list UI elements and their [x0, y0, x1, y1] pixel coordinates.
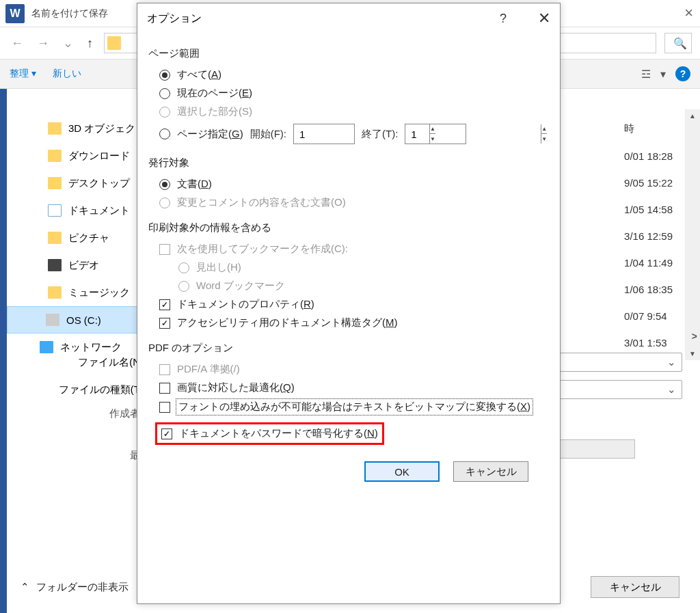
chevron-down-icon: ⌄: [667, 356, 676, 368]
new-folder-button[interactable]: 新しい: [53, 68, 81, 80]
hide-folders-toggle[interactable]: ⌃ フォルダーの非表示: [21, 581, 129, 594]
spin-up-icon[interactable]: ▲: [541, 124, 547, 134]
sidebar-item-3d-objects[interactable]: 3D オブジェク: [7, 115, 144, 142]
section-include: 印刷対象外の情報を含める: [148, 221, 549, 234]
view-mode-icon[interactable]: ☲: [641, 68, 651, 81]
to-page-spinner[interactable]: ▲▼: [405, 124, 466, 144]
radio-word-bookmarks: Word ブックマーク: [178, 280, 549, 292]
radio-all-label: すべて(A): [177, 68, 221, 81]
nav-up-icon[interactable]: ↑: [84, 33, 96, 53]
nav-back-icon[interactable]: ←: [8, 33, 26, 53]
from-page-spinner[interactable]: ▲▼: [293, 124, 355, 144]
drive-icon: [46, 314, 59, 326]
close-icon[interactable]: ×: [684, 4, 693, 22]
check-encrypt-label: ドキュメントをパスワードで暗号化する(N): [179, 427, 378, 440]
folder-icon: [48, 122, 62, 135]
folder-icon: [48, 232, 62, 244]
checkbox-icon: [159, 402, 170, 413]
section-publish: 発行対象: [148, 156, 549, 169]
radio-document[interactable]: 文書(D): [159, 178, 549, 191]
options-titlebar: オプション ? ✕: [137, 3, 560, 33]
radio-page-range[interactable]: [159, 128, 170, 139]
sidebar-item-label: デスクトップ: [68, 177, 130, 190]
sidebar-item-label: ネットワーク: [60, 341, 122, 354]
network-icon: [40, 341, 53, 353]
spin-down-icon[interactable]: ▼: [541, 134, 547, 144]
document-icon: [48, 204, 62, 217]
nav-forward-icon[interactable]: →: [34, 33, 52, 53]
scroll-right-icon[interactable]: >: [692, 331, 697, 342]
radio-all-pages[interactable]: すべて(A): [159, 68, 549, 81]
search-box[interactable]: 🔍: [664, 33, 692, 53]
check-pdfa-label: PDF/A 準拠(/): [177, 363, 240, 376]
file-date: 0/07 9:54: [624, 303, 673, 329]
ok-button[interactable]: OK: [364, 461, 440, 482]
scroll-down-icon[interactable]: ▼: [689, 350, 696, 357]
radio-headings-label: 見出し(H): [196, 261, 241, 274]
filetype-label: ファイルの種類(T): [27, 383, 144, 396]
chevron-up-icon: ⌃: [21, 581, 29, 592]
sidebar-item-label: OS (C:): [66, 314, 101, 326]
check-bookmarks-label: 次を使用してブックマークを作成(C):: [177, 243, 348, 256]
save-as-title: 名前を付けて保存: [31, 8, 108, 20]
check-a11y-tags[interactable]: アクセシビリティ用のドキュメント構造タグ(M): [159, 316, 549, 329]
to-label: 終了(T):: [362, 128, 398, 141]
view-caret-icon[interactable]: ▾: [660, 68, 666, 81]
radio-icon: [178, 281, 189, 292]
column-header-date[interactable]: 時: [624, 115, 673, 141]
radio-headings: 見出し(H): [178, 261, 549, 274]
sidebar-item-documents[interactable]: ドキュメント: [7, 197, 144, 224]
options-title: オプション: [147, 12, 500, 26]
help-icon[interactable]: ?: [675, 66, 690, 81]
search-icon: 🔍: [673, 37, 687, 50]
vertical-scrollbar[interactable]: ▲ ▼: [685, 109, 700, 360]
word-app-icon: W: [5, 4, 25, 23]
options-dialog: オプション ? ✕ ページ範囲 すべて(A) 現在のページ(E) 選択した部分(…: [137, 3, 561, 604]
video-icon: [48, 259, 62, 271]
radio-document-with-markup: 変更とコメントの内容を含む文書(O): [159, 196, 549, 209]
radio-markup-label: 変更とコメントの内容を含む文書(O): [177, 196, 346, 209]
radio-page-range-label: ページ指定(G): [177, 128, 243, 141]
check-optimize-image-quality[interactable]: 画質に対応した最適化(Q): [159, 381, 549, 394]
sidebar-item-label: ピクチャ: [68, 232, 109, 245]
nav-recent-caret-icon[interactable]: ⌄: [60, 33, 76, 53]
sidebar-item-pictures[interactable]: ピクチャ: [7, 224, 144, 251]
file-date: 1/05 14:58: [624, 196, 673, 223]
file-date: 9/05 15:22: [624, 169, 673, 196]
close-icon[interactable]: ✕: [538, 10, 550, 27]
sidebar-item-desktop[interactable]: デスクトップ: [7, 169, 144, 197]
save-as-cancel-button[interactable]: キャンセル: [591, 576, 679, 598]
radio-current-label: 現在のページ(E): [177, 87, 252, 100]
date-modified-column: 時 0/01 18:28 9/05 15:22 1/05 14:58 3/16 …: [624, 115, 673, 356]
check-pdfa: PDF/A 準拠(/): [159, 363, 549, 376]
scroll-up-icon[interactable]: ▲: [689, 112, 696, 120]
check-bitmap-text[interactable]: フォントの埋め込みが不可能な場合はテキストをビットマップに変換する(X): [159, 400, 549, 414]
checkbox-icon: [159, 299, 170, 310]
organize-button[interactable]: 整理 ▾: [10, 68, 36, 80]
check-doc-properties[interactable]: ドキュメントのプロパティ(R): [159, 298, 549, 311]
folder-icon: [48, 286, 62, 299]
file-date: 3/16 12:59: [624, 223, 673, 249]
radio-icon: [159, 107, 170, 118]
sidebar-item-label: 3D オブジェク: [68, 122, 135, 135]
check-encrypt-password[interactable]: ドキュメントをパスワードで暗号化する(N): [155, 422, 384, 445]
from-label: 開始(F):: [250, 128, 286, 141]
cancel-button[interactable]: キャンセル: [453, 461, 528, 482]
sidebar-item-os-c[interactable]: OS (C:): [7, 306, 144, 333]
radio-icon: [178, 262, 189, 273]
check-bitmap-label: フォントの埋め込みが不可能な場合はテキストをビットマップに変換する(X): [177, 400, 532, 414]
hide-folders-label: フォルダーの非表示: [36, 581, 129, 592]
sidebar-item-downloads[interactable]: ダウンロード: [7, 142, 144, 169]
file-date: 1/06 18:35: [624, 276, 673, 303]
sidebar-item-music[interactable]: ミュージック: [7, 279, 144, 306]
radio-selection: 選択した部分(S): [159, 105, 549, 118]
checkbox-icon: [159, 364, 170, 375]
radio-word-bm-label: Word ブックマーク: [196, 280, 285, 292]
help-icon[interactable]: ?: [500, 12, 507, 26]
to-page-input[interactable]: [405, 128, 541, 140]
folder-icon: [107, 36, 121, 50]
checkbox-icon: [159, 383, 170, 394]
sidebar-item-label: ビデオ: [68, 259, 99, 272]
radio-current-page[interactable]: 現在のページ(E): [159, 87, 549, 100]
sidebar-item-videos[interactable]: ビデオ: [7, 251, 144, 279]
